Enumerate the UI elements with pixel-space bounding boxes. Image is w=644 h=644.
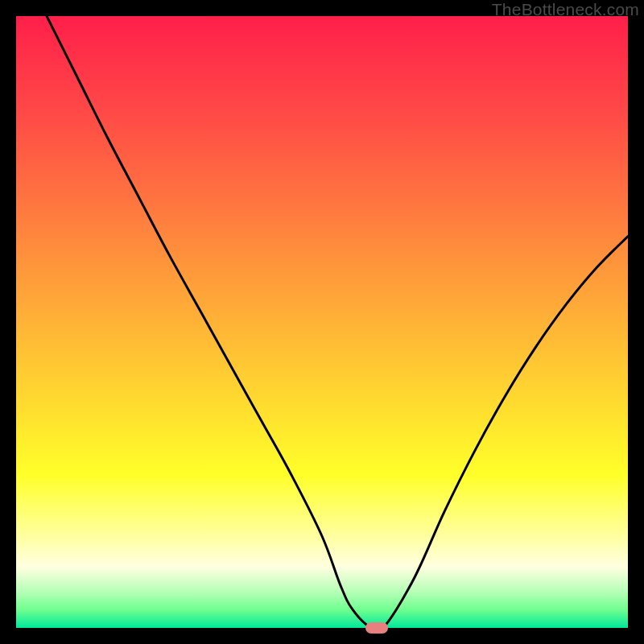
optimum-marker <box>365 622 388 634</box>
watermark-text: TheBottleneck.com <box>492 0 639 19</box>
plot-area <box>16 16 628 628</box>
chart-frame: TheBottleneck.com <box>0 0 644 644</box>
curve-svg <box>16 16 628 628</box>
bottleneck-curve <box>47 16 628 628</box>
